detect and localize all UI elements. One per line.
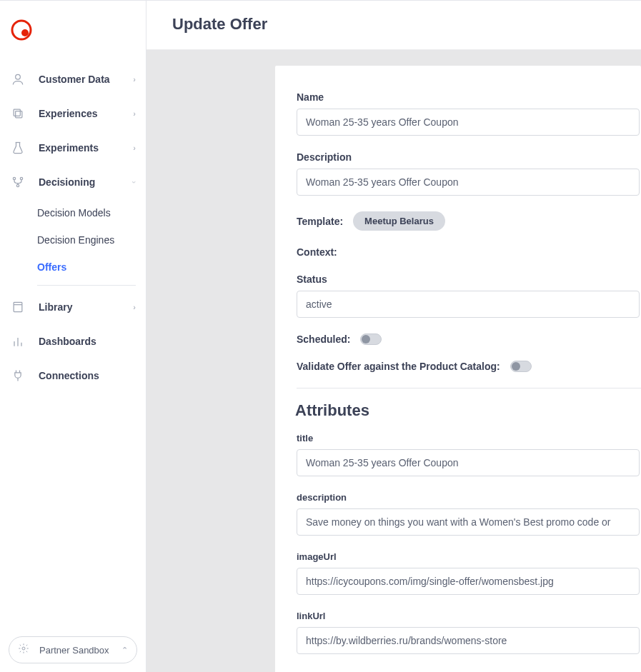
sidebar-item-experiences[interactable]: Experiences › xyxy=(0,96,146,131)
page-header: Update Offer xyxy=(146,1,641,50)
sidebar-item-label: Connections xyxy=(39,370,99,381)
sidebar-item-offers[interactable]: Offers xyxy=(37,254,146,281)
sidebar-item-label: Dashboards xyxy=(39,336,96,347)
copy-icon xyxy=(10,106,26,121)
scheduled-toggle[interactable] xyxy=(360,334,382,345)
sidebar-item-label: Decisioning xyxy=(39,176,95,188)
chevron-right-icon: › xyxy=(133,144,136,152)
environment-switcher[interactable]: Partner Sandbox ⌃ xyxy=(9,636,137,663)
template-label: Template: xyxy=(297,216,343,227)
bar-chart-icon xyxy=(10,334,26,349)
svg-rect-3 xyxy=(16,111,22,118)
sidebar-item-label: Customer Data xyxy=(39,74,110,85)
attr-title-input[interactable] xyxy=(297,449,640,476)
section-divider xyxy=(297,388,641,388)
main-content: Update Offer Name Description Template: … xyxy=(146,1,641,672)
app-root: Customer Data › Experiences › Experiment… xyxy=(0,0,641,672)
svg-point-0 xyxy=(12,21,31,39)
branch-icon xyxy=(10,174,26,190)
sidebar-item-connections[interactable]: Connections xyxy=(0,358,146,393)
attr-imageurl-input[interactable] xyxy=(297,568,640,595)
sidebar: Customer Data › Experiences › Experiment… xyxy=(0,1,146,672)
name-input[interactable] xyxy=(297,109,640,136)
status-input[interactable] xyxy=(297,291,640,318)
environment-label: Partner Sandbox xyxy=(39,645,109,656)
sidebar-item-library[interactable]: Library › xyxy=(0,290,146,324)
sidebar-item-customer-data[interactable]: Customer Data › xyxy=(0,62,146,96)
description-input[interactable] xyxy=(297,169,640,196)
sidebar-item-decision-models[interactable]: Decision Models xyxy=(37,199,146,226)
svg-rect-4 xyxy=(14,109,20,116)
status-label: Status xyxy=(297,274,640,285)
attr-description-input[interactable] xyxy=(297,508,640,536)
sidebar-item-label: Library xyxy=(39,301,72,313)
offer-form-panel: Name Description Template: Meetup Belaru… xyxy=(275,66,641,672)
attr-linkurl-input[interactable] xyxy=(297,627,640,654)
attr-linkurl-label: linkUrl xyxy=(297,611,640,621)
sidebar-item-decisioning[interactable]: Decisioning › xyxy=(0,165,146,199)
attr-description-label: description xyxy=(297,492,640,503)
attr-imageurl-label: imageUrl xyxy=(297,551,640,562)
svg-point-6 xyxy=(13,177,15,179)
svg-point-1 xyxy=(21,29,29,36)
context-label: Context: xyxy=(297,246,337,258)
nav-divider xyxy=(37,285,136,286)
validate-toggle[interactable] xyxy=(510,361,532,372)
plug-icon xyxy=(10,368,26,383)
sidebar-item-label: Offers xyxy=(37,261,66,273)
scheduled-label: Scheduled: xyxy=(297,334,350,345)
validate-label: Validate Offer against the Product Catal… xyxy=(297,361,500,372)
svg-point-14 xyxy=(22,647,25,650)
attr-title-label: title xyxy=(297,433,640,443)
decisioning-submenu: Decision Models Decision Engines Offers xyxy=(0,199,146,281)
description-label: Description xyxy=(297,151,640,163)
chevron-up-icon: ⌃ xyxy=(121,646,128,655)
sidebar-item-label: Decision Models xyxy=(37,207,111,219)
brand-logo xyxy=(11,19,32,41)
chevron-right-icon: › xyxy=(133,109,136,118)
sidebar-footer: Partner Sandbox ⌃ xyxy=(0,628,146,672)
name-label: Name xyxy=(297,91,640,103)
sidebar-item-experiments[interactable]: Experiments › xyxy=(0,131,146,165)
user-icon xyxy=(10,71,26,87)
form-scroll-area[interactable]: Name Description Template: Meetup Belaru… xyxy=(146,50,641,672)
attributes-heading: Attributes xyxy=(295,401,641,420)
chevron-right-icon: › xyxy=(133,75,136,84)
sidebar-item-label: Experiences xyxy=(39,108,98,119)
flask-icon xyxy=(10,140,26,156)
gear-icon xyxy=(18,643,29,657)
template-chip[interactable]: Meetup Belarus xyxy=(353,211,445,231)
svg-point-7 xyxy=(20,177,22,179)
sidebar-item-label: Experiments xyxy=(39,142,99,154)
svg-point-8 xyxy=(16,184,19,186)
chevron-right-icon: › xyxy=(133,303,136,311)
sidebar-item-dashboards[interactable]: Dashboards xyxy=(0,324,146,358)
svg-rect-9 xyxy=(14,302,22,311)
sidebar-nav: Customer Data › Experiences › Experiment… xyxy=(0,62,146,628)
chevron-down-icon: › xyxy=(130,181,139,184)
sidebar-item-decision-engines[interactable]: Decision Engines xyxy=(37,226,146,254)
book-icon xyxy=(10,299,26,315)
page-title: Update Offer xyxy=(172,15,618,34)
svg-point-2 xyxy=(16,74,21,79)
sidebar-item-label: Decision Engines xyxy=(37,234,114,246)
